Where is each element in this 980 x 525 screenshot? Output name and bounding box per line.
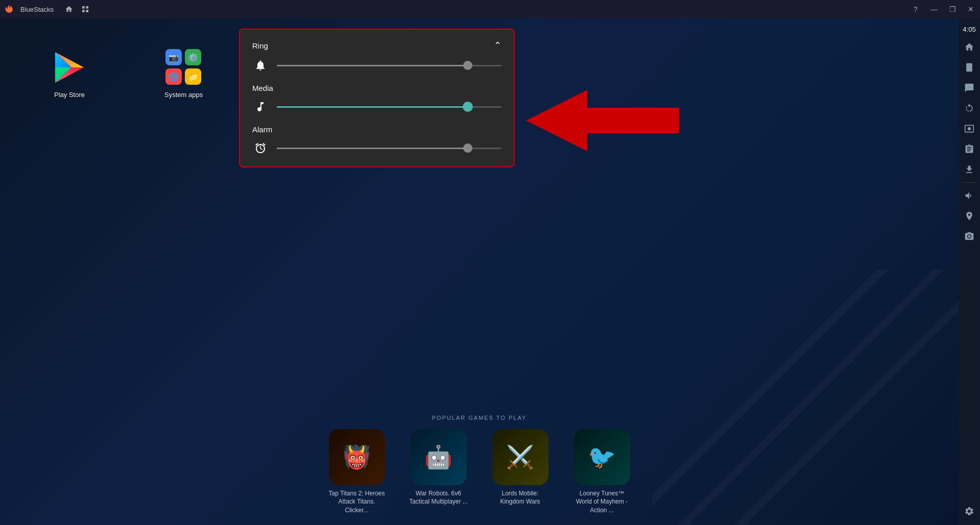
system-apps-icon-item[interactable]: 📷 ⚙️ 🌐 📁 System apps: [164, 49, 203, 99]
play-store-label: Play Store: [54, 91, 85, 99]
svg-rect-10: [966, 63, 972, 72]
media-label: Media: [252, 84, 273, 92]
sidebar-camera-icon[interactable]: [960, 227, 979, 246]
right-sidebar: 4:05: [959, 18, 980, 525]
game-thumb-tap-titans: 👹: [329, 429, 385, 485]
ring-fill: [277, 65, 468, 66]
alarm-icon: [252, 140, 269, 156]
games-row: 👹 Tap Titans 2: Heroes Attack Titans. Cl…: [326, 429, 633, 515]
chrome-icon: 🌐: [165, 68, 182, 85]
sidebar-divider: [962, 182, 976, 183]
sidebar-settings-icon[interactable]: [960, 502, 979, 521]
game-thumb-war-robots: 🤖: [411, 429, 467, 485]
alarm-fill: [277, 148, 468, 149]
system-apps-label: System apps: [164, 91, 203, 99]
time-display: 4:05: [959, 22, 980, 36]
help-button[interactable]: ?: [906, 0, 925, 18]
game-title-3: Looney Tunes™ World of Mayhem - Action .…: [571, 489, 633, 515]
home-nav-button[interactable]: [62, 2, 76, 16]
svg-rect-0: [82, 6, 85, 9]
sidebar-location-icon[interactable]: [960, 206, 979, 226]
camera-icon: 📷: [165, 49, 182, 65]
minimize-button[interactable]: —: [925, 0, 943, 18]
sidebar-volume-icon[interactable]: [960, 186, 979, 205]
media-section: Media: [252, 84, 501, 115]
play-store-icon-item[interactable]: Play Store: [51, 49, 88, 99]
titlebar-nav: [62, 2, 92, 16]
alarm-header: Alarm: [252, 125, 501, 134]
game-item-0[interactable]: 👹 Tap Titans 2: Heroes Attack Titans. Cl…: [326, 429, 388, 515]
settings-icon: ⚙️: [185, 49, 201, 65]
game-thumb-lords-mobile: ⚔️: [492, 429, 548, 485]
multi-instance-button[interactable]: [78, 2, 92, 16]
media-row: [252, 99, 501, 115]
system-apps-grid: 📷 ⚙️ 🌐 📁: [165, 49, 202, 86]
media-fill: [277, 106, 468, 108]
music-icon: [252, 99, 269, 115]
sidebar-install-icon[interactable]: [960, 160, 979, 179]
svg-marker-9: [526, 90, 679, 151]
bell-icon: [252, 57, 269, 74]
game-title-1: War Robots. 6v6 Tactical Multiplayer ...: [408, 489, 469, 507]
game-item-3[interactable]: 🐦 Looney Tunes™ World of Mayhem - Action…: [571, 429, 633, 515]
sidebar-home-icon[interactable]: [960, 37, 979, 57]
ring-section: Ring ⌃: [252, 40, 501, 74]
titlebar: BlueStacks ? — ❐ ✕: [0, 0, 980, 18]
sidebar-clipboard-icon[interactable]: [960, 139, 979, 159]
game-title-2: Lords Mobile: Kingdom Wars: [490, 489, 551, 507]
app-name: BlueStacks: [20, 6, 54, 13]
collapse-button[interactable]: ⌃: [494, 40, 501, 51]
popular-games-label: POPULAR GAMES TO PLAY: [432, 415, 527, 421]
red-arrow: [526, 90, 679, 153]
alarm-slider[interactable]: [277, 143, 501, 153]
media-slider[interactable]: [277, 102, 501, 112]
game-item-2[interactable]: ⚔️ Lords Mobile: Kingdom Wars: [490, 429, 551, 515]
restore-button[interactable]: ❐: [943, 0, 962, 18]
alarm-label: Alarm: [252, 125, 272, 134]
media-thumb[interactable]: [463, 102, 473, 112]
svg-point-12: [968, 235, 970, 237]
close-button[interactable]: ✕: [962, 0, 980, 18]
game-thumb-looney-tunes: 🐦: [574, 429, 630, 485]
volume-panel: Ring ⌃ Media: [239, 29, 515, 168]
sidebar-rotate-icon[interactable]: [960, 99, 979, 118]
svg-rect-3: [86, 10, 88, 12]
ring-header: Ring ⌃: [252, 40, 501, 51]
ring-slider[interactable]: [277, 60, 501, 70]
emulator-area: Play Store 📷 ⚙️ 🌐 📁 System apps Ring ⌃: [0, 18, 959, 525]
app-logo: [0, 0, 18, 18]
alarm-row: [252, 140, 501, 156]
sidebar-screenshot-icon[interactable]: [960, 119, 979, 138]
media-header: Media: [252, 84, 501, 92]
svg-rect-1: [86, 6, 88, 9]
alarm-thumb[interactable]: [463, 144, 472, 153]
svg-rect-2: [82, 10, 85, 12]
alarm-section: Alarm: [252, 125, 501, 156]
game-title-0: Tap Titans 2: Heroes Attack Titans. Clic…: [326, 489, 388, 515]
files-icon: 📁: [185, 68, 201, 85]
play-store-icon: [51, 49, 88, 86]
ring-label: Ring: [252, 41, 268, 50]
game-item-1[interactable]: 🤖 War Robots. 6v6 Tactical Multiplayer .…: [408, 429, 469, 515]
popular-games-section: POPULAR GAMES TO PLAY 👹 Tap Titans 2: He…: [0, 415, 959, 515]
window-controls: ? — ❐ ✕: [906, 0, 980, 18]
ring-row: [252, 57, 501, 74]
ring-thumb[interactable]: [463, 61, 472, 70]
sidebar-message-icon[interactable]: [960, 78, 979, 98]
app-icons-container: Play Store 📷 ⚙️ 🌐 📁 System apps: [51, 49, 203, 99]
sidebar-phone-icon[interactable]: [960, 58, 979, 77]
